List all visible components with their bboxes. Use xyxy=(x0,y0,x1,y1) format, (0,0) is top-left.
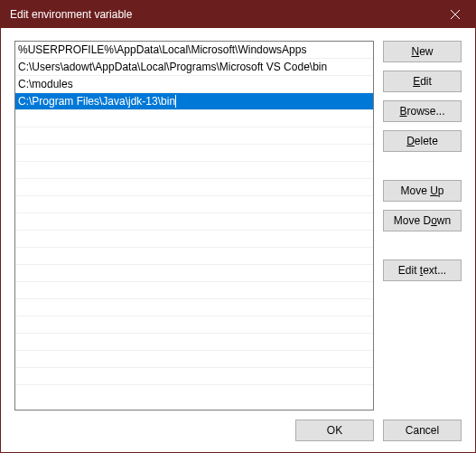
window-title: Edit environment variable xyxy=(10,8,132,21)
move-up-button[interactable]: Move Up xyxy=(383,180,462,202)
close-icon xyxy=(451,10,460,19)
list-item[interactable]: . xyxy=(15,213,373,231)
path-listbox[interactable]: %USERPROFILE%\AppData\Local\Microsoft\Wi… xyxy=(14,41,374,411)
dialog-window: Edit environment variable %USERPROFILE%\… xyxy=(0,0,476,453)
list-item[interactable]: C:\Program Files\Java\jdk-13\bin xyxy=(15,93,373,110)
list-item[interactable]: . xyxy=(15,368,373,385)
list-item[interactable]: . xyxy=(15,196,373,213)
list-item[interactable]: %USERPROFILE%\AppData\Local\Microsoft\Wi… xyxy=(15,42,373,59)
list-item[interactable]: . xyxy=(15,231,373,248)
list-item[interactable]: . xyxy=(15,265,373,282)
new-button[interactable]: New xyxy=(383,41,462,62)
cancel-button[interactable]: Cancel xyxy=(383,420,462,441)
list-item[interactable]: . xyxy=(15,282,373,299)
list-item[interactable]: . xyxy=(15,145,373,162)
close-button[interactable] xyxy=(434,1,475,28)
list-item[interactable]: . xyxy=(15,316,373,334)
list-item[interactable]: C:\modules xyxy=(15,76,373,93)
edit-button[interactable]: Edit xyxy=(383,71,462,92)
client-area: %USERPROFILE%\AppData\Local\Microsoft\Wi… xyxy=(1,28,475,452)
list-item[interactable]: . xyxy=(15,162,373,179)
list-item[interactable]: . xyxy=(15,179,373,196)
titlebar: Edit environment variable xyxy=(1,1,475,28)
side-buttons: New Edit Browse... Delete Move Up Move D… xyxy=(383,41,462,411)
list-item[interactable]: . xyxy=(15,248,373,265)
delete-button[interactable]: Delete xyxy=(383,130,462,152)
spacer xyxy=(383,240,462,260)
bottom-bar: OK Cancel xyxy=(14,411,462,441)
list-item[interactable]: . xyxy=(15,110,373,127)
move-down-button[interactable]: Move Down xyxy=(383,210,462,231)
ok-button[interactable]: OK xyxy=(295,420,374,441)
list-item[interactable]: . xyxy=(15,334,373,351)
list-item[interactable]: C:\Users\adowt\AppData\Local\Programs\Mi… xyxy=(15,59,373,76)
edit-text-button[interactable]: Edit text... xyxy=(383,260,462,281)
list-item[interactable]: . xyxy=(15,299,373,316)
list-item[interactable]: . xyxy=(15,351,373,368)
browse-button[interactable]: Browse... xyxy=(383,100,462,122)
list-item[interactable]: . xyxy=(15,127,373,145)
spacer xyxy=(383,160,462,180)
entries-container: %USERPROFILE%\AppData\Local\Microsoft\Wi… xyxy=(15,42,373,410)
main-row: %USERPROFILE%\AppData\Local\Microsoft\Wi… xyxy=(14,41,462,411)
text-caret xyxy=(175,95,176,108)
